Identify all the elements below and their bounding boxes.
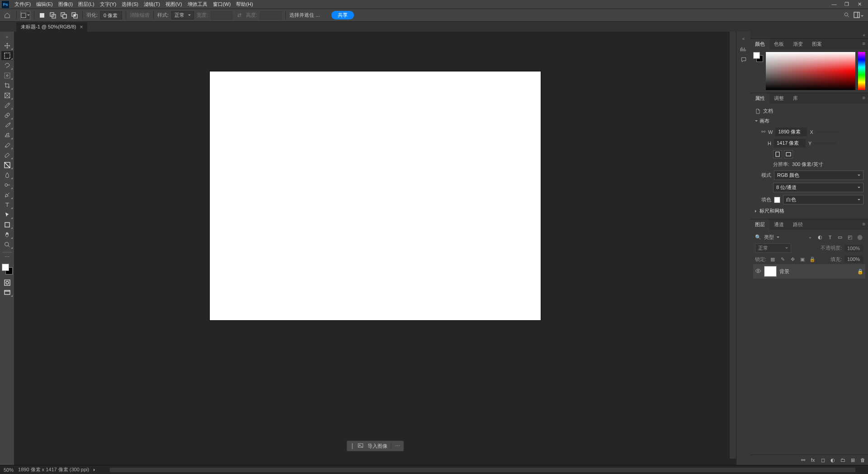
restore-button[interactable]: ❐ — [843, 1, 851, 7]
lock-position-icon[interactable]: ✥ — [789, 256, 796, 262]
toolbox-collapse-icon[interactable]: « — [3, 33, 11, 40]
dodge-tool[interactable] — [1, 180, 13, 190]
group-icon[interactable]: 🗀 — [839, 457, 846, 463]
style-select[interactable]: 正常 — [171, 11, 194, 19]
document-canvas[interactable] — [210, 71, 541, 320]
filter-toggle-icon[interactable]: ⬤ — [856, 234, 863, 241]
panels-collapse-icon[interactable]: « — [750, 32, 868, 38]
comments-panel-icon[interactable] — [740, 57, 747, 64]
new-layer-icon[interactable]: ⊞ — [849, 457, 856, 463]
menu-9[interactable]: 窗口(W) — [210, 0, 234, 9]
landscape-orientation-button[interactable] — [784, 150, 793, 158]
canvas-area[interactable]: ┃ 导入图像 ⋯ — [14, 32, 736, 465]
menu-4[interactable]: 文字(Y) — [97, 0, 119, 9]
lock-icon[interactable]: 🔒 — [857, 269, 863, 275]
delete-layer-icon[interactable]: 🗑 — [859, 457, 866, 463]
panel-menu-icon[interactable]: ≡ — [860, 93, 868, 104]
color-mode-select[interactable]: RGB 颜色 — [774, 171, 863, 180]
selection-new-icon[interactable] — [38, 11, 46, 19]
quick-select-tool[interactable] — [1, 71, 13, 80]
menu-5[interactable]: 选择(S) — [119, 0, 141, 9]
healing-tool[interactable] — [1, 111, 13, 120]
zoom-tool[interactable] — [1, 240, 13, 249]
menu-0[interactable]: 文件(F) — [12, 0, 33, 9]
menu-1[interactable]: 编辑(E) — [33, 0, 56, 9]
frame-tool[interactable] — [1, 91, 13, 100]
color-fg-bg-swatch[interactable] — [753, 52, 763, 62]
tab-libraries[interactable]: 库 — [788, 93, 802, 104]
edit-toolbar-icon[interactable]: ⋯ — [3, 252, 12, 260]
filter-adjust-icon[interactable]: ◐ — [816, 234, 824, 241]
tab-color[interactable]: 颜色 — [750, 39, 769, 49]
panel-menu-icon[interactable]: ≡ — [860, 219, 868, 230]
crop-tool[interactable] — [1, 81, 13, 90]
feather-input[interactable]: 0 像素 — [100, 11, 122, 19]
bit-depth-select[interactable]: 8 位/通道 — [773, 183, 863, 192]
zoom-level[interactable]: 50% — [4, 467, 14, 473]
quick-mask-icon[interactable] — [1, 278, 13, 287]
height-input[interactable]: 1417 像素 — [774, 139, 806, 147]
current-tool-icon[interactable] — [20, 11, 30, 20]
minimize-button[interactable]: — — [830, 1, 838, 7]
tab-channels[interactable]: 通道 — [769, 219, 788, 230]
filter-type-icon[interactable]: T — [826, 234, 834, 241]
marquee-tool[interactable] — [1, 51, 13, 60]
grip-icon[interactable]: ┃ — [351, 443, 354, 449]
menu-3[interactable]: 图层(L) — [75, 0, 97, 9]
menu-6[interactable]: 滤镜(T) — [141, 0, 163, 9]
filter-pixel-icon[interactable]: ▫ — [807, 234, 814, 241]
filter-shape-icon[interactable]: ▭ — [836, 234, 844, 241]
gradient-tool[interactable] — [1, 161, 13, 170]
lasso-tool[interactable] — [1, 61, 13, 70]
ruler-grid-section-header[interactable]: 标尺和网格 — [753, 206, 865, 216]
pen-tool[interactable] — [1, 190, 13, 199]
layer-style-icon[interactable]: fx — [809, 457, 816, 463]
document-dimensions[interactable]: 1890 像素 x 1417 像素 (300 ppi) — [18, 466, 89, 473]
histogram-panel-icon[interactable] — [740, 46, 747, 53]
eraser-tool[interactable] — [1, 151, 13, 160]
status-flyout-icon[interactable] — [94, 469, 96, 471]
hand-tool[interactable] — [1, 230, 13, 239]
fill-select[interactable]: 白色 — [783, 195, 863, 204]
tab-swatches[interactable]: 色板 — [769, 39, 788, 49]
vertical-scrollbar[interactable] — [730, 32, 736, 459]
clone-stamp-tool[interactable] — [1, 131, 13, 140]
shape-tool[interactable] — [1, 220, 13, 229]
fill-opacity-input[interactable]: 100% — [844, 256, 863, 263]
path-select-tool[interactable] — [1, 210, 13, 219]
move-tool[interactable] — [1, 41, 13, 50]
hue-slider[interactable] — [858, 52, 865, 90]
import-image-button[interactable]: 导入图像 — [368, 443, 387, 450]
tab-patterns[interactable]: 图案 — [807, 39, 826, 49]
visibility-icon[interactable] — [755, 268, 761, 275]
dock-collapse-icon[interactable]: « — [740, 35, 748, 42]
screen-mode-icon[interactable] — [1, 288, 13, 297]
home-button[interactable] — [2, 10, 13, 20]
selection-add-icon[interactable] — [49, 11, 57, 19]
tab-adjustments[interactable]: 调整 — [769, 93, 788, 104]
fill-swatch[interactable] — [774, 197, 780, 203]
tab-layers[interactable]: 图层 — [750, 219, 769, 230]
lock-transparency-icon[interactable]: ▩ — [769, 256, 776, 262]
layer-mask-icon[interactable]: ◻ — [819, 457, 826, 463]
opacity-input[interactable]: 100% — [844, 245, 863, 252]
history-brush-tool[interactable] — [1, 141, 13, 150]
layer-thumbnail[interactable] — [764, 266, 777, 277]
foreground-color-swatch[interactable] — [2, 264, 9, 271]
more-icon[interactable]: ⋯ — [395, 443, 400, 449]
layer-name[interactable]: 背景 — [779, 268, 789, 275]
width-input[interactable]: 1890 像素 — [775, 128, 807, 136]
lock-all-icon[interactable]: 🔒 — [809, 256, 816, 262]
tab-gradients[interactable]: 渐变 — [788, 39, 807, 49]
type-tool[interactable] — [1, 200, 13, 209]
select-and-mask-button[interactable]: 选择并遮住 ... — [289, 12, 320, 19]
close-button[interactable]: ✕ — [855, 1, 863, 7]
workspace-switcher-icon[interactable] — [854, 12, 863, 19]
brush-tool[interactable] — [1, 121, 13, 130]
search-icon[interactable] — [844, 12, 850, 19]
foreground-background-swatch[interactable] — [2, 264, 13, 275]
link-wh-icon[interactable]: ⚯ — [761, 129, 765, 135]
menu-10[interactable]: 帮助(H) — [233, 0, 255, 9]
tab-paths[interactable]: 路径 — [788, 219, 807, 230]
layer-row-background[interactable]: 背景 🔒 — [753, 264, 865, 279]
